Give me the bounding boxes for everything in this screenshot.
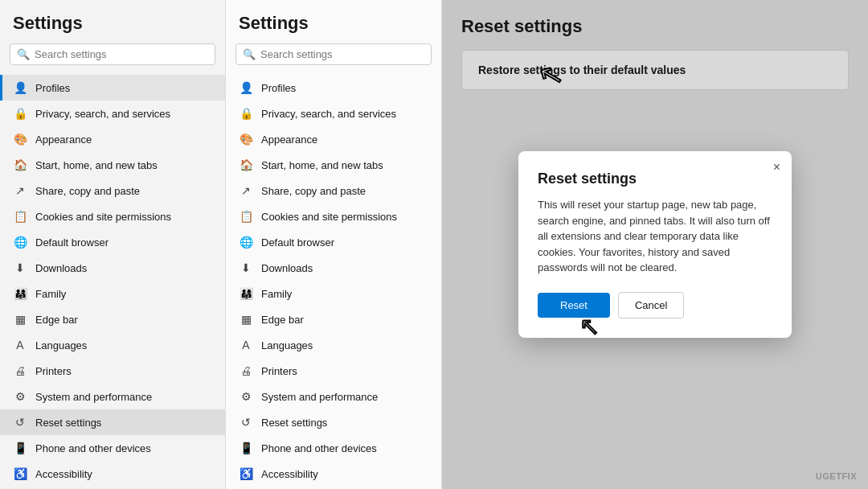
sidebar-item-profiles[interactable]: 👤 Profiles xyxy=(0,75,225,101)
middle-item-default[interactable]: 🌐 Default browser xyxy=(226,229,441,255)
sidebar-item-system[interactable]: ⚙ System and performance xyxy=(0,384,225,409)
sidebar-icon-languages: A xyxy=(13,338,27,352)
sidebar-icon-edgebar: ▦ xyxy=(13,312,27,327)
sidebar-item-reset[interactable]: ↺ Reset settings xyxy=(0,409,225,435)
middle-item-share[interactable]: ↗ Share, copy and paste xyxy=(226,178,441,203)
sidebar-label-profiles: Profiles xyxy=(35,82,70,94)
cancel-button[interactable]: Cancel xyxy=(618,292,684,318)
middle-label-edgebar: Edge bar xyxy=(261,314,304,326)
middle-item-cookies[interactable]: 📋 Cookies and site permissions xyxy=(226,203,441,229)
middle-icon-printers: 🖨 xyxy=(239,364,253,378)
sidebar-label-accessibility: Accessibility xyxy=(35,468,92,480)
middle-icon-family: 👨‍👩‍👧 xyxy=(239,286,253,301)
sidebar-icon-accessibility: ♿ xyxy=(13,466,27,481)
sidebar-search-input[interactable] xyxy=(35,48,208,60)
sidebar-item-downloads[interactable]: ⬇ Downloads xyxy=(0,255,225,281)
sidebar-item-appearance[interactable]: 🎨 Appearance xyxy=(0,126,225,152)
cursor-arrow-reset: ↖ xyxy=(579,314,600,339)
sidebar-item-privacy[interactable]: 🔒 Privacy, search, and services xyxy=(0,101,225,126)
middle-icon-reset: ↺ xyxy=(239,415,253,429)
middle-item-reset[interactable]: ↺ Reset settings xyxy=(226,409,441,435)
middle-label-default: Default browser xyxy=(261,236,334,249)
middle-label-system: System and performance xyxy=(261,391,378,403)
sidebar: Settings 🔍 👤 Profiles 🔒 Privacy, search,… xyxy=(0,0,225,489)
sidebar-icon-phone: 📱 xyxy=(13,441,27,455)
sidebar-icon-system: ⚙ xyxy=(13,389,27,404)
middle-icon-cookies: 📋 xyxy=(239,209,253,224)
sidebar-item-cookies[interactable]: 📋 Cookies and site permissions xyxy=(0,203,225,229)
sidebar-item-share[interactable]: ↗ Share, copy and paste xyxy=(0,178,225,203)
middle-label-languages: Languages xyxy=(261,339,313,351)
sidebar-item-start[interactable]: 🏠 Start, home, and new tabs xyxy=(0,152,225,178)
modal-close-button[interactable]: × xyxy=(773,161,780,174)
modal-overlay: × Reset settings This will reset your st… xyxy=(442,0,868,489)
modal-body: This will reset your startup page, new t… xyxy=(538,197,772,276)
sidebar-item-family[interactable]: 👨‍👩‍👧 Family xyxy=(0,281,225,306)
middle-search-box[interactable]: 🔍 xyxy=(235,43,432,65)
middle-icon-start: 🏠 xyxy=(239,158,253,172)
middle-search-icon: 🔍 xyxy=(243,48,256,60)
middle-item-edgebar[interactable]: ▦ Edge bar xyxy=(226,306,441,332)
modal-title: Reset settings xyxy=(538,171,772,187)
middle-item-system[interactable]: ⚙ System and performance xyxy=(226,384,441,409)
sidebar-item-phone[interactable]: 📱 Phone and other devices xyxy=(0,435,225,461)
sidebar-label-phone: Phone and other devices xyxy=(35,442,151,454)
middle-icon-appearance: 🎨 xyxy=(239,132,253,146)
right-panel: Reset settings Restore settings to their… xyxy=(442,0,868,489)
middle-label-reset: Reset settings xyxy=(261,417,327,429)
sidebar-icon-privacy: 🔒 xyxy=(13,106,27,121)
middle-label-family: Family xyxy=(261,288,292,300)
middle-icon-system: ⚙ xyxy=(239,389,253,404)
sidebar-label-appearance: Appearance xyxy=(35,134,92,146)
middle-label-accessibility: Accessibility xyxy=(261,468,318,480)
middle-search-input[interactable] xyxy=(260,48,424,60)
reset-modal: × Reset settings This will reset your st… xyxy=(518,151,792,338)
sidebar-icon-appearance: 🎨 xyxy=(13,132,27,146)
sidebar-label-printers: Printers xyxy=(35,365,72,377)
middle-icon-phone: 📱 xyxy=(239,441,253,455)
middle-item-appearance[interactable]: 🎨 Appearance xyxy=(226,126,441,152)
sidebar-label-downloads: Downloads xyxy=(35,262,87,274)
middle-label-cookies: Cookies and site permissions xyxy=(261,211,397,223)
sidebar-search-icon: 🔍 xyxy=(17,48,30,60)
sidebar-label-privacy: Privacy, search, and services xyxy=(35,108,170,120)
sidebar-item-printers[interactable]: 🖨 Printers xyxy=(0,358,225,384)
sidebar-label-reset: Reset settings xyxy=(35,417,101,429)
middle-item-accessibility[interactable]: ♿ Accessibility xyxy=(226,461,441,487)
sidebar-search-box[interactable]: 🔍 xyxy=(10,43,215,65)
middle-panel: Settings 🔍 👤 Profiles 🔒 Privacy, search,… xyxy=(225,0,442,489)
middle-item-languages[interactable]: A Languages xyxy=(226,332,441,358)
sidebar-items-container: 👤 Profiles 🔒 Privacy, search, and servic… xyxy=(0,75,225,489)
sidebar-title: Settings xyxy=(0,13,225,43)
modal-buttons: Reset ↖ Cancel xyxy=(538,292,772,318)
sidebar-icon-start: 🏠 xyxy=(13,158,27,172)
sidebar-item-accessibility[interactable]: ♿ Accessibility xyxy=(0,461,225,487)
middle-item-downloads[interactable]: ⬇ Downloads xyxy=(226,255,441,281)
middle-label-profiles: Profiles xyxy=(261,82,296,94)
middle-icon-profiles: 👤 xyxy=(239,80,253,95)
sidebar-label-system: System and performance xyxy=(35,391,152,403)
middle-label-appearance: Appearance xyxy=(261,134,317,146)
sidebar-label-edgebar: Edge bar xyxy=(35,314,78,326)
middle-item-phone[interactable]: 📱 Phone and other devices xyxy=(226,435,441,461)
middle-panel-title: Settings xyxy=(226,13,441,43)
reset-confirm-button[interactable]: Reset xyxy=(538,293,610,318)
sidebar-label-cookies: Cookies and site permissions xyxy=(35,211,171,223)
middle-icon-default: 🌐 xyxy=(239,235,253,249)
middle-item-family[interactable]: 👨‍👩‍👧 Family xyxy=(226,281,441,306)
sidebar-icon-profiles: 👤 xyxy=(13,80,27,95)
middle-item-profiles[interactable]: 👤 Profiles xyxy=(226,75,441,101)
sidebar-item-edgebar[interactable]: ▦ Edge bar xyxy=(0,306,225,332)
sidebar-icon-default: 🌐 xyxy=(13,235,27,249)
middle-item-privacy[interactable]: 🔒 Privacy, search, and services xyxy=(226,101,441,126)
sidebar-item-default[interactable]: 🌐 Default browser xyxy=(0,229,225,255)
sidebar-label-default: Default browser xyxy=(35,236,108,249)
sidebar-icon-downloads: ⬇ xyxy=(13,261,27,275)
middle-icon-downloads: ⬇ xyxy=(239,261,253,275)
middle-item-start[interactable]: 🏠 Start, home, and new tabs xyxy=(226,152,441,178)
sidebar-item-languages[interactable]: A Languages xyxy=(0,332,225,358)
sidebar-icon-share: ↗ xyxy=(13,183,27,198)
sidebar-label-languages: Languages xyxy=(35,339,87,351)
sidebar-icon-printers: 🖨 xyxy=(13,364,27,378)
middle-item-printers[interactable]: 🖨 Printers xyxy=(226,358,441,384)
